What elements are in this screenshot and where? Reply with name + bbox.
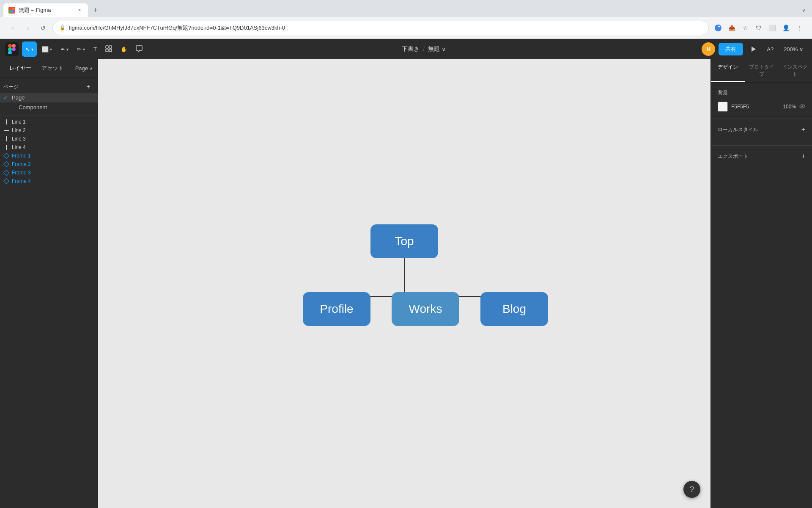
profile-node[interactable]: Profile	[303, 292, 370, 326]
frame-tool-arrow: ▾	[50, 47, 52, 52]
layer-frame2[interactable]: Frame 2	[0, 160, 98, 168]
spell-check-icon: A?	[767, 46, 774, 52]
present-button[interactable]	[746, 42, 760, 56]
comment-tool-button[interactable]	[132, 41, 146, 57]
zoom-level: 200%	[784, 46, 798, 52]
comment-tool-icon	[136, 45, 143, 53]
pages-section: ページ + ✓ Page Component	[0, 77, 98, 116]
pages-header: ページ +	[0, 81, 98, 93]
sidebar-toggle-icon[interactable]: ⬜	[766, 22, 778, 34]
zoom-control[interactable]: 200% ∨	[780, 44, 807, 54]
background-opacity-value[interactable]: 100%	[783, 104, 796, 110]
resources-tool-button[interactable]	[102, 41, 115, 57]
share-button[interactable]: 共有	[719, 43, 743, 55]
text-tool-button[interactable]: T	[90, 41, 100, 57]
move-tool-button[interactable]: ↖ ▾	[22, 41, 37, 57]
top-node[interactable]: Top	[370, 224, 438, 258]
file-title-arrow: ∨	[442, 46, 446, 52]
layer-line2-name: Line 2	[12, 127, 26, 133]
back-button[interactable]: ‹	[7, 22, 19, 34]
page-selector-arrow: ∧	[90, 66, 93, 71]
text-tool-icon: T	[93, 46, 97, 52]
works-node-label: Works	[409, 302, 442, 316]
profile-icon[interactable]: 👤	[780, 22, 792, 34]
pen-tools: ✒ ▾	[57, 41, 72, 57]
breadcrumb-drafts[interactable]: 下書き	[402, 45, 420, 53]
add-page-button[interactable]: +	[84, 83, 93, 91]
layer-line1[interactable]: Line 1	[0, 118, 98, 126]
assets-tab[interactable]: アセット	[37, 63, 68, 74]
line-dash-layer-icon	[3, 127, 9, 133]
svg-point-21	[801, 105, 803, 107]
url-bar[interactable]: 🔒 figma.com/file/GhMHyfJ87oxNFF7CTuiRGq/…	[52, 21, 709, 35]
line3-layer-icon	[3, 144, 9, 150]
tab-extras-button[interactable]: ∨	[798, 5, 809, 15]
forward-button[interactable]: ›	[22, 22, 34, 34]
refresh-button[interactable]: ↺	[37, 22, 49, 34]
page-item-component[interactable]: Component	[0, 102, 98, 112]
resources-tool-icon	[105, 45, 112, 53]
background-visibility-toggle[interactable]	[799, 103, 805, 110]
frame-tool-button[interactable]: ⬜ ▾	[38, 41, 55, 57]
toolbar-right: H 共有 A? 200% ∨	[702, 41, 807, 57]
layer-line3[interactable]: Line 3	[0, 135, 98, 143]
new-tab-button[interactable]: +	[90, 4, 102, 16]
layer-frame2-name: Frame 2	[12, 161, 31, 167]
share-page-icon[interactable]: 📤	[726, 22, 738, 34]
background-color-row[interactable]: F5F5F5 100%	[718, 102, 805, 112]
svg-marker-14	[752, 47, 756, 52]
layer-line4[interactable]: Line 4	[0, 143, 98, 152]
hand-tool-button[interactable]: ✋	[117, 41, 131, 57]
extension-icon[interactable]: 🛡	[753, 22, 765, 34]
line-layer-icon	[3, 119, 9, 125]
pen-tool-arrow: ▾	[66, 47, 69, 52]
layers-tab[interactable]: レイヤー	[5, 63, 36, 74]
bookmark-icon[interactable]: ☆	[739, 22, 751, 34]
layer-line2[interactable]: Line 2	[0, 126, 98, 135]
prototype-tab[interactable]: プロトタイプ	[745, 59, 779, 82]
tab-favicon	[8, 7, 15, 14]
add-export-button[interactable]: +	[801, 152, 805, 160]
figma-app: ↖ ▾ ⬜ ▾ ✒ ▾ ✏ ▾ T	[0, 39, 812, 508]
file-title[interactable]: 無題 ∨	[428, 45, 446, 53]
layer-line3-name: Line 3	[12, 136, 26, 142]
help-button[interactable]: ?	[683, 481, 700, 498]
pen-tool-button[interactable]: ✒ ▾	[57, 41, 72, 57]
line2-layer-icon	[3, 136, 9, 142]
layer-frame3[interactable]: Frame 3	[0, 168, 98, 177]
inspect-tab[interactable]: インスペクト	[778, 59, 812, 82]
pencil-tool-button[interactable]: ✏ ▾	[74, 41, 88, 57]
layer-frame4[interactable]: Frame 4	[0, 177, 98, 185]
figma-logo[interactable]	[5, 42, 19, 56]
pen-tool-icon: ✒	[60, 46, 65, 52]
active-tab[interactable]: 無題 – Figma ×	[3, 3, 88, 17]
browser-chrome: 無題 – Figma × + ∨ ‹ › ↺ 🔒 figma.com/file/…	[0, 0, 812, 39]
canvas[interactable]: Top Profile Works Blog	[98, 59, 710, 508]
spell-check-button[interactable]: A?	[763, 41, 777, 57]
page-item-page[interactable]: ✓ Page	[0, 93, 98, 102]
works-node[interactable]: Works	[392, 292, 459, 326]
page-selector[interactable]: Page ∧	[75, 63, 93, 74]
layer-frame4-name: Frame 4	[12, 178, 31, 184]
tab-close-button[interactable]: ×	[76, 7, 83, 14]
background-hex-value[interactable]: F5F5F5	[731, 104, 779, 110]
layer-frame1[interactable]: Frame 1	[0, 152, 98, 160]
google-icon[interactable]	[712, 22, 724, 34]
blog-node[interactable]: Blog	[480, 292, 548, 326]
pencil-tool-arrow: ▾	[83, 47, 85, 52]
export-section-header: エクスポート +	[718, 152, 805, 160]
canvas-content: Top Profile Works Blog	[98, 59, 710, 508]
menu-icon[interactable]: ⋮	[793, 22, 805, 34]
page-name-component: Component	[19, 104, 47, 110]
add-local-style-button[interactable]: +	[801, 126, 805, 133]
user-avatar[interactable]: H	[702, 42, 715, 56]
pencil-tool-icon: ✏	[77, 46, 82, 52]
svg-rect-0	[9, 8, 12, 10]
move-tool-arrow: ▾	[31, 47, 33, 52]
design-tab[interactable]: デザイン	[711, 59, 745, 82]
background-color-swatch[interactable]	[718, 102, 728, 112]
svg-rect-3	[12, 10, 14, 13]
frame-tool-icon: ⬜	[42, 46, 49, 52]
frame-tools: ⬜ ▾	[38, 41, 55, 57]
tab-bar: 無題 – Figma × + ∨	[0, 0, 812, 17]
